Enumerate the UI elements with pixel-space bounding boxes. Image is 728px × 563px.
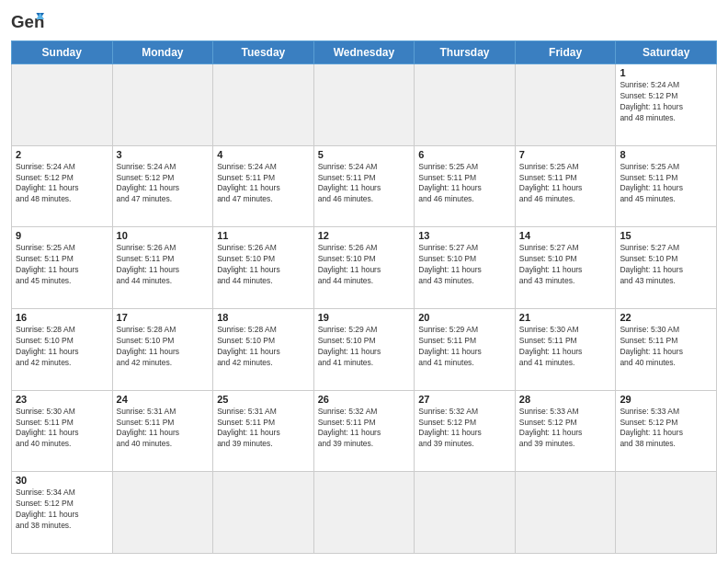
calendar-cell [313, 472, 415, 554]
day-info: Sunrise: 5:28 AM Sunset: 5:10 PM Dayligh… [217, 325, 310, 369]
header: General [11, 9, 717, 35]
day-number: 12 [318, 230, 411, 241]
day-info: Sunrise: 5:30 AM Sunset: 5:11 PM Dayligh… [519, 325, 612, 369]
calendar-cell: 24Sunrise: 5:31 AM Sunset: 5:11 PM Dayli… [112, 390, 213, 472]
day-info: Sunrise: 5:27 AM Sunset: 5:10 PM Dayligh… [519, 243, 612, 287]
day-number: 25 [217, 394, 310, 405]
calendar-cell: 5Sunrise: 5:24 AM Sunset: 5:11 PM Daylig… [313, 145, 415, 227]
day-info: Sunrise: 5:24 AM Sunset: 5:11 PM Dayligh… [318, 162, 411, 206]
day-info: Sunrise: 5:25 AM Sunset: 5:11 PM Dayligh… [418, 162, 511, 206]
week-row-4: 23Sunrise: 5:30 AM Sunset: 5:11 PM Dayli… [12, 390, 717, 472]
calendar-cell: 22Sunrise: 5:30 AM Sunset: 5:11 PM Dayli… [616, 308, 717, 390]
calendar-cell: 13Sunrise: 5:27 AM Sunset: 5:10 PM Dayli… [415, 227, 516, 309]
calendar-cell [415, 472, 516, 554]
day-info: Sunrise: 5:31 AM Sunset: 5:11 PM Dayligh… [217, 407, 310, 451]
calendar-cell: 21Sunrise: 5:30 AM Sunset: 5:11 PM Dayli… [515, 308, 616, 390]
day-number: 28 [519, 394, 612, 405]
calendar-cell [112, 64, 213, 146]
day-info: Sunrise: 5:27 AM Sunset: 5:10 PM Dayligh… [620, 243, 712, 287]
day-info: Sunrise: 5:32 AM Sunset: 5:11 PM Dayligh… [318, 407, 411, 451]
calendar-cell: 29Sunrise: 5:33 AM Sunset: 5:12 PM Dayli… [616, 390, 717, 472]
day-info: Sunrise: 5:30 AM Sunset: 5:11 PM Dayligh… [16, 407, 108, 451]
day-info: Sunrise: 5:32 AM Sunset: 5:12 PM Dayligh… [418, 407, 511, 451]
calendar-cell: 14Sunrise: 5:27 AM Sunset: 5:10 PM Dayli… [515, 227, 616, 309]
weekday-header-sunday: Sunday [12, 41, 113, 64]
day-info: Sunrise: 5:29 AM Sunset: 5:10 PM Dayligh… [318, 325, 411, 369]
day-number: 18 [217, 312, 310, 323]
day-info: Sunrise: 5:27 AM Sunset: 5:10 PM Dayligh… [418, 243, 511, 287]
day-number: 21 [519, 312, 612, 323]
calendar-cell: 9Sunrise: 5:25 AM Sunset: 5:11 PM Daylig… [12, 227, 113, 309]
calendar-cell: 25Sunrise: 5:31 AM Sunset: 5:11 PM Dayli… [213, 390, 314, 472]
day-number: 7 [519, 149, 612, 160]
weekday-header-tuesday: Tuesday [213, 41, 314, 64]
weekday-header-saturday: Saturday [616, 41, 717, 64]
day-number: 27 [418, 394, 511, 405]
calendar-cell [515, 472, 616, 554]
day-number: 24 [117, 394, 210, 405]
day-info: Sunrise: 5:25 AM Sunset: 5:11 PM Dayligh… [519, 162, 612, 206]
day-number: 20 [418, 312, 511, 323]
calendar-cell: 27Sunrise: 5:32 AM Sunset: 5:12 PM Dayli… [415, 390, 516, 472]
day-info: Sunrise: 5:25 AM Sunset: 5:11 PM Dayligh… [16, 243, 108, 287]
day-info: Sunrise: 5:24 AM Sunset: 5:12 PM Dayligh… [16, 162, 108, 206]
day-info: Sunrise: 5:29 AM Sunset: 5:11 PM Dayligh… [418, 325, 511, 369]
day-info: Sunrise: 5:34 AM Sunset: 5:12 PM Dayligh… [16, 488, 108, 532]
week-row-0: 1Sunrise: 5:24 AM Sunset: 5:12 PM Daylig… [12, 64, 717, 146]
week-row-3: 16Sunrise: 5:28 AM Sunset: 5:10 PM Dayli… [12, 308, 717, 390]
day-info: Sunrise: 5:25 AM Sunset: 5:11 PM Dayligh… [620, 162, 712, 206]
calendar-cell: 16Sunrise: 5:28 AM Sunset: 5:10 PM Dayli… [12, 308, 113, 390]
calendar-cell: 7Sunrise: 5:25 AM Sunset: 5:11 PM Daylig… [515, 145, 616, 227]
calendar-cell: 18Sunrise: 5:28 AM Sunset: 5:10 PM Dayli… [213, 308, 314, 390]
calendar-cell: 23Sunrise: 5:30 AM Sunset: 5:11 PM Dayli… [12, 390, 113, 472]
calendar-cell: 3Sunrise: 5:24 AM Sunset: 5:12 PM Daylig… [112, 145, 213, 227]
calendar-cell [313, 64, 415, 146]
day-number: 6 [418, 149, 511, 160]
calendar-cell: 4Sunrise: 5:24 AM Sunset: 5:11 PM Daylig… [213, 145, 314, 227]
calendar-cell [616, 472, 717, 554]
day-info: Sunrise: 5:33 AM Sunset: 5:12 PM Dayligh… [519, 407, 612, 451]
day-info: Sunrise: 5:28 AM Sunset: 5:10 PM Dayligh… [16, 325, 108, 369]
day-number: 9 [16, 230, 108, 241]
calendar-cell: 12Sunrise: 5:26 AM Sunset: 5:10 PM Dayli… [313, 227, 415, 309]
calendar-cell [213, 472, 314, 554]
calendar-cell: 15Sunrise: 5:27 AM Sunset: 5:10 PM Dayli… [616, 227, 717, 309]
calendar-cell [112, 472, 213, 554]
day-info: Sunrise: 5:30 AM Sunset: 5:11 PM Dayligh… [620, 325, 712, 369]
logo-icon: General [11, 9, 44, 35]
week-row-5: 30Sunrise: 5:34 AM Sunset: 5:12 PM Dayli… [12, 472, 717, 554]
day-number: 23 [16, 394, 108, 405]
day-info: Sunrise: 5:24 AM Sunset: 5:12 PM Dayligh… [117, 162, 210, 206]
calendar-cell: 8Sunrise: 5:25 AM Sunset: 5:11 PM Daylig… [616, 145, 717, 227]
calendar-cell [12, 64, 113, 146]
day-info: Sunrise: 5:33 AM Sunset: 5:12 PM Dayligh… [620, 407, 712, 451]
calendar-cell: 6Sunrise: 5:25 AM Sunset: 5:11 PM Daylig… [415, 145, 516, 227]
calendar-cell: 17Sunrise: 5:28 AM Sunset: 5:10 PM Dayli… [112, 308, 213, 390]
calendar-cell: 28Sunrise: 5:33 AM Sunset: 5:12 PM Dayli… [515, 390, 616, 472]
day-info: Sunrise: 5:24 AM Sunset: 5:12 PM Dayligh… [620, 80, 712, 124]
day-number: 10 [117, 230, 210, 241]
logo: General [11, 9, 48, 35]
calendar-cell: 20Sunrise: 5:29 AM Sunset: 5:11 PM Dayli… [415, 308, 516, 390]
calendar-cell: 2Sunrise: 5:24 AM Sunset: 5:12 PM Daylig… [12, 145, 113, 227]
day-number: 5 [318, 149, 411, 160]
calendar-cell: 10Sunrise: 5:26 AM Sunset: 5:11 PM Dayli… [112, 227, 213, 309]
calendar-cell [515, 64, 616, 146]
weekday-header-monday: Monday [112, 41, 213, 64]
day-number: 19 [318, 312, 411, 323]
day-number: 3 [117, 149, 210, 160]
day-number: 14 [519, 230, 612, 241]
day-number: 8 [620, 149, 712, 160]
calendar-cell: 11Sunrise: 5:26 AM Sunset: 5:10 PM Dayli… [213, 227, 314, 309]
day-number: 1 [620, 67, 712, 78]
day-number: 16 [16, 312, 108, 323]
day-info: Sunrise: 5:26 AM Sunset: 5:10 PM Dayligh… [217, 243, 310, 287]
day-number: 4 [217, 149, 310, 160]
day-info: Sunrise: 5:24 AM Sunset: 5:11 PM Dayligh… [217, 162, 310, 206]
day-info: Sunrise: 5:31 AM Sunset: 5:11 PM Dayligh… [117, 407, 210, 451]
calendar-cell: 30Sunrise: 5:34 AM Sunset: 5:12 PM Dayli… [12, 472, 113, 554]
calendar-cell [213, 64, 314, 146]
day-number: 29 [620, 394, 712, 405]
day-number: 13 [418, 230, 511, 241]
day-info: Sunrise: 5:28 AM Sunset: 5:10 PM Dayligh… [117, 325, 210, 369]
